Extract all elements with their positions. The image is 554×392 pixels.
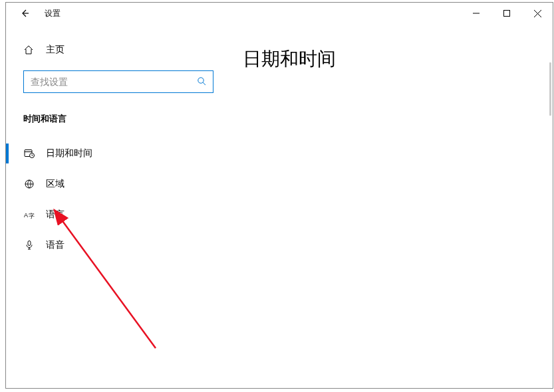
maximize-icon bbox=[503, 10, 510, 17]
close-icon bbox=[534, 10, 541, 17]
category-heading: 时间和语言 bbox=[23, 113, 224, 125]
sidebar: 主页 时间和语言 日期和时间 bbox=[6, 24, 224, 388]
content-area: 主页 时间和语言 日期和时间 bbox=[6, 24, 553, 388]
nav-item-label: 语音 bbox=[46, 239, 65, 251]
svg-text:字: 字 bbox=[29, 213, 35, 219]
globe-icon bbox=[23, 179, 35, 189]
minimize-button[interactable] bbox=[461, 3, 491, 24]
back-arrow-icon bbox=[20, 9, 29, 18]
svg-text:A: A bbox=[24, 212, 28, 219]
svg-point-1 bbox=[198, 77, 204, 82]
main-panel: 日期和时间 bbox=[224, 24, 553, 388]
microphone-icon bbox=[23, 240, 35, 250]
nav-item-region[interactable]: 区域 bbox=[6, 169, 224, 199]
language-icon: A字 bbox=[23, 209, 35, 220]
calendar-clock-icon bbox=[23, 148, 35, 159]
settings-window: 设置 主页 bbox=[5, 2, 553, 389]
nav-item-label: 日期和时间 bbox=[46, 147, 92, 159]
window-title: 设置 bbox=[45, 8, 61, 19]
nav-item-speech[interactable]: 语音 bbox=[6, 230, 224, 260]
page-title: 日期和时间 bbox=[243, 47, 534, 72]
maximize-button[interactable] bbox=[491, 3, 522, 24]
home-icon bbox=[23, 45, 35, 55]
minimize-icon bbox=[473, 10, 480, 17]
search-icon bbox=[197, 76, 206, 88]
nav-item-datetime[interactable]: 日期和时间 bbox=[6, 138, 224, 169]
titlebar: 设置 bbox=[6, 3, 553, 24]
back-button[interactable] bbox=[18, 7, 31, 20]
scrollbar[interactable] bbox=[549, 62, 551, 116]
close-button[interactable] bbox=[522, 3, 553, 24]
svg-rect-0 bbox=[504, 11, 510, 17]
window-controls bbox=[461, 3, 553, 24]
search-box[interactable] bbox=[23, 70, 213, 93]
nav-item-language[interactable]: A字 语言 bbox=[6, 199, 224, 230]
nav-item-label: 区域 bbox=[46, 178, 65, 190]
nav-item-label: 语言 bbox=[46, 209, 65, 221]
home-label: 主页 bbox=[46, 44, 65, 56]
svg-rect-7 bbox=[28, 241, 31, 246]
search-input[interactable] bbox=[31, 76, 197, 87]
nav-list: 日期和时间 区域 A字 语言 bbox=[6, 138, 224, 260]
home-button[interactable]: 主页 bbox=[6, 37, 224, 62]
